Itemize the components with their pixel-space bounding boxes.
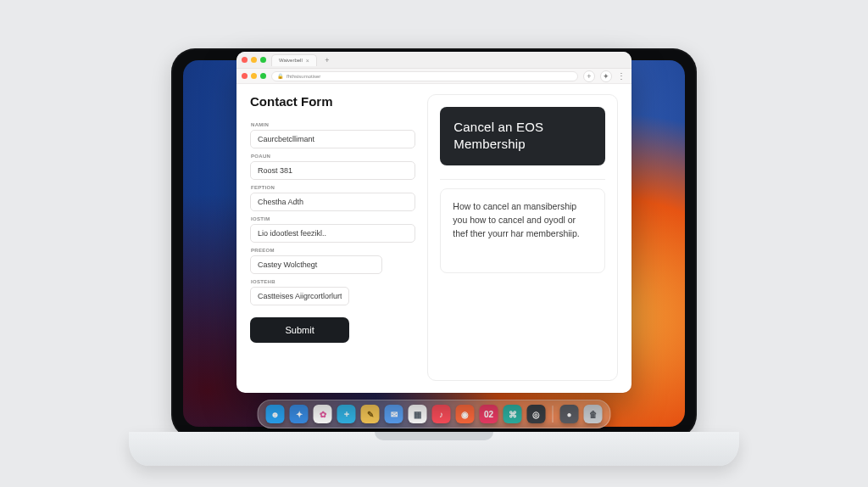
minimize-icon[interactable] [251,73,257,79]
description-text: How to cancel an mansibership you how to… [453,201,579,239]
text-input[interactable] [250,224,415,243]
page-content: Contact Form NaminPoaunFeptionIostimPree… [236,84,632,393]
dock-separator [553,406,554,423]
laptop-screen: ☻✦✿＋✎✉▦♪◉02⌘◎●🗑 Waiverbell × + [171,48,697,439]
maximize-icon[interactable] [260,57,266,63]
dock-app-app2[interactable]: 02 [480,405,498,423]
window-controls [242,57,266,63]
submit-label: Submit [285,325,314,335]
toolbar: 🔒 fhthsisumotiser + ✦ ⋮ [236,69,632,84]
plus-icon: + [587,72,591,81]
close-icon[interactable] [242,57,248,63]
browser-tab[interactable]: Waiverbell × [271,54,317,66]
extensions-button[interactable]: ✦ [600,70,612,82]
divider [440,179,605,180]
field-label: Namin [251,122,415,127]
tab-title: Waiverbell [279,58,303,63]
new-tab-button[interactable]: + [322,55,332,65]
dock: ☻✦✿＋✎✉▦♪◉02⌘◎●🗑 [258,400,611,428]
laptop-base [129,432,739,466]
dock-app-music[interactable]: ♪ [432,405,451,423]
dock-app-safari[interactable]: ✦ [290,405,309,423]
submit-button[interactable]: Submit [250,317,349,343]
field-label: Iostim [251,216,415,221]
dock-app-trash[interactable]: 🗑 [584,405,603,423]
text-input[interactable] [250,193,415,211]
dock-app-app1[interactable]: ◉ [456,405,475,423]
plus-icon: + [325,56,329,64]
dock-app-mail[interactable]: ✉ [385,405,403,423]
laptop-mock: ☻✦✿＋✎✉▦♪◉02⌘◎●🗑 Waiverbell × + [171,48,697,439]
text-input[interactable] [250,255,382,274]
text-input[interactable] [250,130,415,148]
hero-card: Cancel an EOS Membership [440,107,605,165]
dock-app-app4[interactable]: ◎ [527,405,546,423]
field-label: Feption [251,185,415,190]
dock-app-photos[interactable]: ✿ [314,405,332,423]
toolbar-plus-button[interactable]: + [583,70,595,82]
field-label: Preeom [251,248,415,253]
text-input[interactable] [250,161,415,180]
dock-app-finder[interactable]: ☻ [266,405,285,423]
window-controls-secondary [242,73,266,79]
url-text: fhthsisumotiser [287,74,320,79]
close-icon[interactable] [242,73,248,79]
maximize-icon[interactable] [260,73,266,79]
lock-icon: 🔒 [277,73,283,79]
dock-app-cal[interactable]: ▦ [409,405,427,423]
browser-window: Waiverbell × + 🔒 fhthsisumotiser [236,52,632,393]
minimize-icon[interactable] [251,57,257,63]
overflow-menu-icon[interactable]: ⋮ [617,71,626,81]
text-input[interactable] [250,287,349,305]
contact-form-column: Contact Form NaminPoaunFeptionIostimPree… [250,94,415,381]
page-title: Contact Form [250,94,415,109]
dock-app-app3[interactable]: ⌘ [504,405,522,423]
dock-app-notes[interactable]: ✎ [361,405,380,423]
puzzle-icon: ✦ [603,72,609,81]
tab-strip: Waiverbell × + [236,52,632,69]
field-label: Poaun [251,154,415,159]
info-panel: Cancel an EOS Membership How to cancel a… [427,94,618,381]
url-bar[interactable]: 🔒 fhthsisumotiser [271,71,578,81]
field-label: Iostehb [251,279,415,284]
dock-app-app5[interactable]: ● [560,405,579,423]
description-box: How to cancel an mansibership you how to… [440,188,605,273]
dock-app-add[interactable]: ＋ [337,405,356,423]
tab-close-icon[interactable]: × [306,58,309,64]
hero-title: Cancel an EOS Membership [453,120,543,151]
